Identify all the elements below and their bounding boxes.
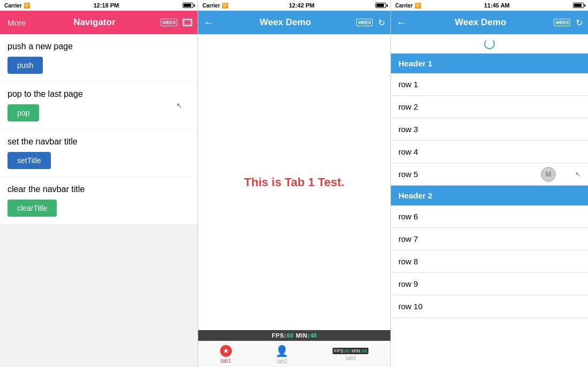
nav-bar-2: ← Weex Demo WEEX ↻ — [198, 11, 390, 34]
fps-label: FPS: — [272, 332, 287, 339]
weex-icon-3: WEEX — [554, 19, 570, 26]
nav-title-2: Weex Demo — [214, 17, 356, 28]
nav-title-3: Weex Demo — [407, 17, 554, 28]
battery-icon-1 — [183, 3, 193, 8]
pop-button[interactable]: pop — [7, 104, 39, 121]
list-row: row 8 — [391, 250, 588, 273]
cleartitle-button[interactable]: clearTitle — [7, 200, 57, 217]
time-1: 12:18 PM — [93, 2, 119, 9]
nav-icons-3: WEEX ↻ — [554, 18, 583, 28]
battery-icon-2 — [375, 3, 386, 8]
phone3-list: Header 1 row 1 row 2 row 3 row 4 row 5 M… — [391, 53, 588, 367]
list-row: row 7 — [391, 228, 588, 250]
carrier-3: Carrier 🛜 — [395, 3, 421, 9]
status-bar-2: Carrier 🛜 12:42 PM — [198, 0, 390, 11]
list-row: row 5 M ↖ — [391, 163, 588, 186]
settitle-button[interactable]: setTitle — [7, 152, 51, 169]
push-label: push a new page — [7, 42, 190, 51]
push-button[interactable]: push — [7, 57, 43, 74]
tab3-label: tab3 — [345, 355, 356, 361]
tab-item-2[interactable]: 👤 tab2 — [275, 345, 289, 364]
time-3: 11:45 AM — [484, 2, 510, 9]
more-button[interactable]: More — [5, 18, 28, 27]
list-row: row 2 — [391, 96, 588, 118]
list-row: row 9 — [391, 273, 588, 295]
cleartitle-section: clear the navbar title clearTitle — [0, 177, 198, 224]
person-icon: 👤 — [275, 345, 289, 357]
spinner — [484, 39, 495, 49]
list-header-1: Header 1 — [391, 53, 588, 73]
phone-2: Carrier 🛜 12:42 PM ← Weex Demo WEEX ↻ Th… — [198, 0, 391, 367]
status-bar-3: Carrier 🛜 11:45 AM — [391, 0, 588, 11]
pop-section: pop to the last page pop ↖ — [0, 82, 198, 129]
time-2: 12:42 PM — [289, 2, 314, 9]
tab-bar-2: ★ tab1 👤 tab2 FPS:60 MIN:48 tab3 — [198, 341, 390, 367]
push-section: push a new page push — [0, 34, 198, 81]
battery-icon-3 — [573, 3, 584, 8]
phone-3: Carrier 🛜 11:45 AM ← Weex Demo WEEX ↻ He… — [391, 0, 588, 367]
cursor-arrow-1: ↖ — [176, 101, 183, 110]
list-row: row 3 — [391, 118, 588, 141]
fps-badge-3: FPS:60 MIN:48 — [333, 347, 369, 354]
carrier-1: Carrier 🛜 — [4, 3, 30, 9]
refresh-icon-2[interactable]: ↻ — [378, 18, 385, 28]
tab-item-1[interactable]: ★ tab1 — [220, 345, 232, 364]
back-button-2[interactable]: ← — [203, 17, 214, 28]
cleartitle-label: clear the navbar title — [7, 185, 190, 194]
weex-icon-1: WEEX — [161, 19, 177, 26]
list-row: row 6 — [391, 205, 588, 228]
refresh-icon-3[interactable]: ↻ — [576, 18, 583, 28]
phone1-content: push a new page push pop to the last pag… — [0, 34, 198, 367]
tab-item-3[interactable]: FPS:60 MIN:48 tab3 — [333, 347, 369, 361]
pop-label: pop to the last page — [7, 89, 190, 99]
nav-title-1: Navigator — [28, 17, 161, 28]
loading-spinner — [391, 34, 588, 53]
battery-area-1 — [183, 3, 193, 8]
fps-bar-2: FPS: 60 MIN: 48 — [198, 330, 390, 341]
avatar-m: M — [541, 167, 556, 182]
star-icon: ★ — [220, 345, 232, 357]
list-row: row 10 — [391, 295, 588, 318]
list-row: row 4 — [391, 141, 588, 163]
status-bar-1: Carrier 🛜 12:18 PM — [0, 0, 198, 11]
screenshot-icon-1[interactable] — [183, 19, 192, 26]
battery-area-3 — [573, 3, 584, 8]
nav-icons-2: WEEX ↻ — [356, 18, 385, 28]
nav-bar-1: More Navigator WEEX — [0, 11, 198, 34]
cursor-dot-3: ↖ — [575, 171, 581, 178]
carrier-2: Carrier 🛜 — [202, 3, 228, 9]
tab1-label: tab1 — [221, 358, 231, 364]
weex-icon-2: WEEX — [356, 19, 373, 26]
tab1-text: This is Tab 1 Test. — [244, 175, 344, 189]
fps-value: 60 — [287, 332, 293, 339]
phone2-main: This is Tab 1 Test. — [198, 34, 390, 330]
nav-icons-1: WEEX — [161, 19, 192, 26]
settitle-section: set the navbar title setTitle — [0, 129, 198, 177]
battery-area-2 — [375, 3, 386, 8]
phone-1: Carrier 🛜 12:18 PM More Navigator WEEX p… — [0, 0, 198, 367]
tab2-label: tab2 — [277, 358, 287, 364]
nav-bar-3: ← Weex Demo WEEX ↻ — [391, 11, 588, 34]
back-button-3[interactable]: ← — [396, 17, 407, 28]
min-label: MIN: — [294, 332, 310, 339]
min-value: 48 — [310, 332, 316, 339]
settitle-label: set the navbar title — [7, 137, 190, 147]
list-header-2: Header 2 — [391, 186, 588, 205]
list-row: row 1 — [391, 73, 588, 96]
